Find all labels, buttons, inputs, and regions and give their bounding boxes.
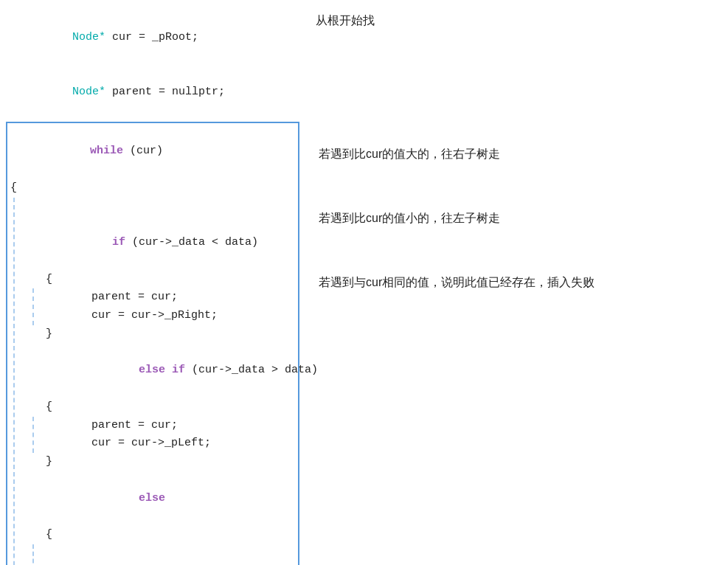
code-token: Node* [72, 86, 105, 98]
ann2-block: 若遇到比cur的值小的，往左子树走 [319, 208, 722, 228]
cur-left: cur = cur->_pLeft; [38, 434, 295, 453]
code-line-2: Node* parent = nullptr; [6, 65, 301, 119]
else-if-body: parent = cur; cur = cur->_pLeft; [32, 417, 295, 454]
while-annotations: 若遇到比cur的值大的，往右子树走 若遇到比cur的值小的，往左子树走 若遇到与… [301, 122, 722, 293]
if-block: if (cur->_data < data) { parent = cur; c… [13, 198, 295, 566]
else-if-brace: { [19, 398, 295, 417]
code-line-1: Node* cur = _pRoot; [6, 10, 301, 65]
ann3-block: 若遇到与cur相同的值，说明此值已经存在，插入失败 [319, 272, 722, 292]
if-brace: { [19, 271, 295, 289]
ann-column-top: 从根开始找 [301, 10, 722, 30]
else-line: else [19, 471, 295, 526]
brace-open: { [10, 179, 295, 198]
else-body: return false; [32, 544, 295, 565]
return-false: return false; [38, 544, 295, 565]
while-header: while (cur) [10, 125, 295, 179]
kw-while: while [90, 145, 123, 157]
parent-assign-2: parent = cur; [38, 417, 295, 435]
cur-right: cur = cur->_pRight; [38, 307, 295, 325]
else-if-close: } [19, 453, 295, 471]
else-brace: { [19, 526, 295, 544]
annotation-1: 若遇到比cur的值大的，往右子树走 [319, 144, 722, 164]
while-block-col: while (cur) { if (cur->_data < data) { [6, 122, 301, 566]
code-token: Node* [72, 31, 105, 44]
code-token: (cur) [123, 145, 163, 157]
code-column: Node* cur = _pRoot; Node* parent = nullp… [6, 10, 301, 120]
annotation-2: 若遇到比cur的值小的，往左子树走 [319, 208, 722, 228]
annotation-3: 若遇到与cur相同的值，说明此值已经存在，插入失败 [319, 272, 722, 292]
else-if-line: else if (cur->_data > data) [19, 344, 295, 398]
if-body: parent = cur; cur = cur->_pRight; [32, 288, 295, 325]
ann1-block: 若遇到比cur的值大的，往右子树走 [319, 144, 722, 164]
code-token: cur = _pRoot; [105, 31, 198, 44]
while-box: while (cur) { if (cur->_data < data) { [6, 122, 299, 566]
if-close: } [19, 325, 295, 344]
if-line: if (cur->_data < data) [19, 198, 295, 271]
code-token: parent = nullptr; [105, 86, 225, 98]
page: Node* cur = _pRoot; Node* parent = nullp… [0, 0, 728, 565]
top-comment: 从根开始找 [316, 10, 722, 30]
parent-assign-1: parent = cur; [38, 288, 295, 307]
